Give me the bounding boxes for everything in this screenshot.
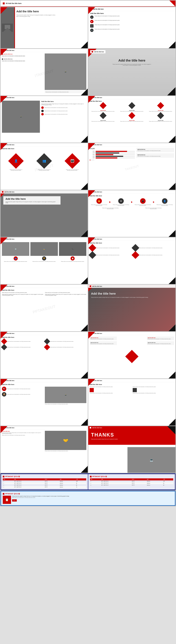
bar-fill-3 — [96, 154, 113, 155]
info-text-2: Please add your text description to the … — [145, 208, 162, 209]
block-r1-text: Please add your text description to the … — [137, 150, 173, 151]
bottom-text-block: Please add your text description to the … — [45, 91, 86, 93]
slide-11: Add the title here 🏢 👥 Please add your t… — [1, 238, 88, 284]
cell-num: 3 — [3, 484, 14, 486]
photo-col-17: 📸 Please add your text description to th… — [45, 387, 86, 404]
arrow-2 — [131, 201, 133, 203]
slide-8: Add the title here XXX公司 항목 A 항목 B — [88, 143, 175, 190]
list-item: ● Please add your text description to th… — [90, 16, 173, 19]
item-11-3-text: Please add your text description to the … — [59, 261, 86, 262]
slide-19-text-1: Flying Impression graphic design thank y… — [2, 432, 43, 434]
item-15-3: Please add your text description to the … — [45, 339, 86, 344]
header-dot — [90, 286, 91, 287]
corner-br — [168, 277, 175, 284]
cell-date: 2023.01 — [59, 484, 75, 486]
corner-br — [81, 277, 88, 284]
slide-4-overlay: Add the title here Add the title here Fl… — [88, 49, 175, 71]
photo-icon — [2, 22, 13, 33]
arrow-3 — [153, 201, 154, 203]
bar-5: 항목 E — [90, 157, 135, 158]
step-icon-2: ⚙ — [118, 198, 124, 204]
slide-3: Add the title here Add the title here Pl… — [1, 49, 88, 96]
large-diamond-1: 👤 — [8, 153, 24, 169]
corner-br — [81, 372, 88, 378]
text-block-2: Add the title here Please add your text … — [2, 58, 44, 62]
corner-tl — [88, 332, 95, 339]
slide-6-header: Add the title here — [88, 96, 175, 99]
notice-bottom-content: 📋 Flying Impression graphic design thank… — [3, 496, 173, 504]
slide-14: Add the title here Add the title here Fl… — [88, 285, 175, 331]
cell-title: 공지 내용 텍스트 — [14, 486, 44, 488]
t-18-3: Please add your text description to the … — [133, 386, 174, 387]
slide-9-header-title: Add the title here — [4, 191, 15, 193]
info-text-1: Please add your text description to the … — [102, 208, 119, 209]
slide-14-content: Add the title here Flying Impression gra… — [88, 288, 175, 302]
dot-3 — [93, 160, 94, 160]
bar-4: 항목 D — [90, 156, 135, 157]
notice-bottom-img: 📋 — [3, 496, 11, 504]
notice-icon-1 — [3, 476, 5, 478]
header-title: 00 Add the title here — [6, 2, 22, 4]
slide-14-header: Add the title here — [88, 285, 175, 288]
diamond-12-1-text: Please add your text description to the … — [96, 248, 120, 248]
slide-3-photo: 📸 — [45, 54, 86, 90]
t-15-2: Please add your text description to the … — [8, 347, 31, 348]
d-15-4 — [44, 344, 50, 350]
notice-button[interactable]: 확인 — [12, 499, 17, 502]
corner-br — [167, 87, 175, 96]
header-dot — [2, 191, 4, 193]
corner-tl — [88, 238, 95, 244]
list-item-3: Please add your text description to the … — [41, 113, 86, 116]
diamond-item-3: Add the title Please add your text descr… — [147, 103, 174, 112]
list-item-1: Please add your text description to the … — [41, 106, 86, 109]
slide-1: Add the title here Flying Impression gra… — [1, 7, 88, 48]
corner-tl — [88, 190, 95, 197]
corner-tl — [1, 238, 8, 244]
title-row: Add the title here — [2, 58, 44, 60]
corner-br — [168, 419, 175, 426]
corner-tl — [1, 49, 8, 56]
list-icon-3: ⚙ — [90, 24, 94, 28]
slide-20-content: THANKS Flying Impression graphic design … — [88, 429, 175, 442]
col-views-2: 조회 — [162, 478, 173, 480]
header-dot — [92, 51, 93, 52]
corner-tl — [88, 7, 95, 14]
search-icon: 🔍 — [2, 387, 6, 391]
bar-fill-4 — [96, 156, 123, 157]
t-15-1: Please add your text description to the … — [8, 341, 31, 342]
large-diamond-2: 👥 — [36, 153, 52, 169]
notice-panel-1: PPTAKOUT 공지사항 번호 제목 작성자 날짜 조회 — [1, 474, 88, 490]
slide-5: Add the title here 📸 Add the title here … — [1, 96, 88, 142]
diamond-shape-5 — [128, 112, 135, 119]
corner-tl — [1, 285, 8, 292]
table-row: 2 공지 내용 텍스트 관리자 2023.01 95 — [3, 482, 86, 484]
slide-10: Add the title here Add the title here ✋ … — [88, 190, 175, 237]
diamond-12-2 — [132, 244, 139, 252]
slide-16-header: Add the title here — [88, 332, 175, 335]
diamond-item-1: Add the title Please add your text descr… — [89, 103, 117, 112]
corner-br — [81, 88, 88, 96]
slide-14-body: Flying Impression graphic design thank y… — [91, 297, 173, 298]
col-num-2: 번호 — [90, 478, 101, 480]
icon-17-1-text: Please add your text description to the … — [7, 388, 30, 389]
large-diamond-3: 👨‍👩‍👧 — [64, 153, 80, 169]
diamond-text-4: Please add your text description to the … — [89, 121, 117, 122]
thanks-text: THANKS — [91, 432, 173, 438]
corner-tl — [88, 379, 95, 386]
slide-12: Add the title here Add the title here Pl… — [88, 238, 175, 284]
table-row: 3 공지 내용 텍스트 관리자 2023.01 80 — [3, 484, 86, 486]
slide-10-content: Add the title here ✋ Please add your tex… — [88, 194, 175, 236]
person-icon-1: 👤 — [14, 159, 18, 163]
block-16-3-title: Add the title here — [148, 337, 173, 338]
block-r2-title: Add the title here — [137, 154, 173, 155]
block-16-3: Add the title here Please add your text … — [147, 336, 174, 340]
slide-9-body: Flying Impression graphic design thank y… — [6, 201, 58, 203]
bar-track-2 — [96, 152, 135, 154]
item-11-1-text: Please add your text description to the … — [2, 261, 29, 262]
cell-title: 공지 내용 텍스트 — [14, 482, 44, 484]
cube-icon-18-2 — [133, 388, 137, 392]
diamond-desc-3: Please add your text description to the … — [65, 169, 79, 171]
block-r1-title: Add the title here — [137, 149, 173, 150]
diamond-item-2: Add the title Please add your text descr… — [118, 103, 145, 112]
block-title-2: Add the title here — [4, 58, 13, 60]
